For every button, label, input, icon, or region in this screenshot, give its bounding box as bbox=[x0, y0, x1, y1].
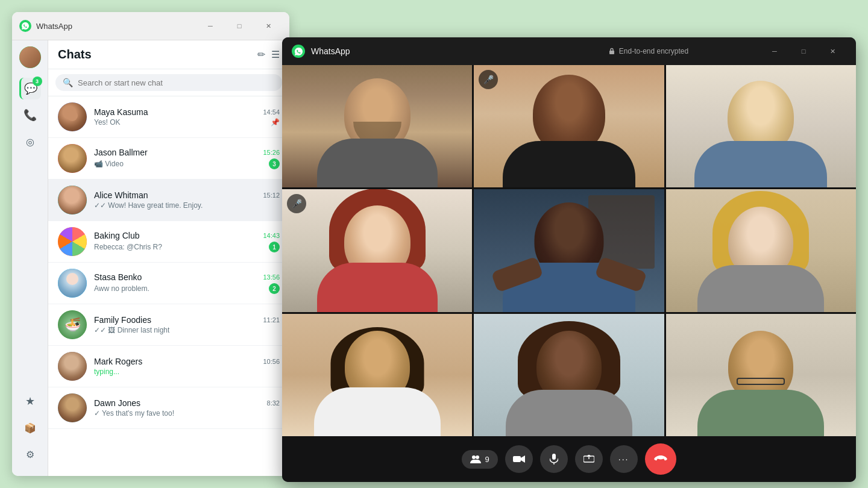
main-close-btn[interactable]: ✕ bbox=[254, 17, 282, 35]
main-minimize-btn[interactable]: ─ bbox=[197, 17, 224, 35]
filter-icon[interactable]: ☰ bbox=[271, 49, 280, 60]
call-controls: 9 ··· bbox=[282, 436, 856, 482]
chat-top-maya: Maya Kasuma 14:54 bbox=[94, 107, 280, 117]
chat-info-family: Family Foodies 11:21 ✓✓ 🖼 Dinner last ni… bbox=[94, 315, 280, 334]
chat-bottom-dawn: ✓ Yes that's my fave too! bbox=[94, 409, 280, 418]
chat-item-dawn[interactable]: Dawn Jones 8:32 ✓ Yes that's my fave too… bbox=[48, 387, 289, 429]
chat-top-mark: Mark Rogers 10:56 bbox=[94, 357, 280, 366]
participants-btn[interactable]: 9 bbox=[462, 450, 497, 469]
chat-info-stasa: Stasa Benko 13:56 Aww no problem. 2 bbox=[94, 272, 280, 294]
chat-preview-baking: Rebecca: @Chris R? bbox=[94, 243, 162, 251]
chat-info-jason: Jason Ballmer 15:26 📹 Video 3 bbox=[94, 148, 280, 169]
sidebar-item-calls[interactable]: 📞 bbox=[19, 104, 41, 126]
chat-item-family[interactable]: 🍜 Family Foodies 11:21 ✓✓ 🖼 Dinner last … bbox=[48, 304, 289, 346]
search-icon: 🔍 bbox=[63, 78, 73, 87]
chat-panel: Chats ✏ ☰ 🔍 bbox=[48, 40, 289, 476]
chat-top-jason: Jason Ballmer 15:26 bbox=[94, 148, 280, 157]
call-maximize-btn[interactable]: □ bbox=[790, 42, 817, 60]
chat-info-alice: Alice Whitman 15:12 ✓✓ Wow! Have great t… bbox=[94, 190, 280, 210]
chat-item-baking[interactable]: Baking Club 14:43 Rebecca: @Chris R? 1 bbox=[48, 221, 289, 263]
chat-bottom-alice: ✓✓ Wow! Have great time. Enjoy. bbox=[94, 201, 280, 210]
search-bar: 🔍 bbox=[48, 69, 289, 96]
chat-top-baking: Baking Club 14:43 bbox=[94, 231, 280, 240]
chat-bottom-baking: Rebecca: @Chris R? 1 bbox=[94, 242, 280, 252]
sidebar-item-chats[interactable]: 💬 3 bbox=[19, 78, 41, 99]
sidebar-item-favorites[interactable]: ★ bbox=[19, 390, 41, 412]
video-cell-9 bbox=[666, 314, 856, 436]
chat-preview-alice: ✓✓ Wow! Have great time. Enjoy. bbox=[94, 201, 203, 210]
chat-item-mark[interactable]: Mark Rogers 10:56 typing... bbox=[48, 346, 289, 387]
call-title: WhatsApp bbox=[311, 46, 536, 56]
search-input-wrap: 🔍 bbox=[55, 74, 282, 91]
avatar-maya bbox=[58, 102, 87, 131]
chat-name-family: Family Foodies bbox=[94, 315, 151, 325]
chat-name-jason: Jason Ballmer bbox=[94, 148, 148, 157]
sidebar-item-archived[interactable]: 📦 bbox=[19, 417, 41, 439]
chat-info-baking: Baking Club 14:43 Rebecca: @Chris R? 1 bbox=[94, 231, 280, 252]
call-logo bbox=[292, 45, 305, 58]
call-win-controls: ─ □ ✕ bbox=[761, 42, 846, 60]
chat-name-maya: Maya Kasuma bbox=[94, 107, 148, 117]
mic-toggle-btn[interactable] bbox=[540, 445, 568, 473]
chat-name-mark: Mark Rogers bbox=[94, 357, 142, 366]
chat-name-stasa: Stasa Benko bbox=[94, 272, 142, 282]
chat-item-stasa[interactable]: Stasa Benko 13:56 Aww no problem. 2 bbox=[48, 263, 289, 304]
chat-item-jason[interactable]: Jason Ballmer 15:26 📹 Video 3 bbox=[48, 138, 289, 180]
new-chat-icon[interactable]: ✏ bbox=[257, 49, 265, 60]
call-close-btn[interactable]: ✕ bbox=[819, 42, 846, 60]
chats-title: Chats bbox=[58, 48, 257, 61]
video-toggle-btn[interactable] bbox=[505, 445, 533, 473]
video-cell-7 bbox=[282, 314, 472, 436]
chat-preview-dawn: ✓ Yes that's my fave too! bbox=[94, 409, 174, 418]
chat-bottom-maya: Yes! OK 📌 bbox=[94, 118, 280, 127]
my-avatar[interactable] bbox=[19, 46, 41, 68]
chat-time-dawn: 8:32 bbox=[267, 399, 280, 407]
more-options-btn[interactable]: ··· bbox=[610, 445, 638, 473]
main-whatsapp-window: WhatsApp ─ □ ✕ 💬 3 📞 ◎ ★ bbox=[12, 12, 289, 476]
svg-rect-4 bbox=[552, 454, 556, 460]
chat-preview-mark: typing... bbox=[94, 368, 119, 376]
avatar-stasa bbox=[58, 269, 87, 298]
main-maximize-btn[interactable]: □ bbox=[225, 17, 253, 35]
share-screen-btn[interactable] bbox=[575, 445, 603, 473]
video-cell-3 bbox=[666, 65, 856, 187]
svg-point-2 bbox=[476, 455, 479, 459]
chat-top-stasa: Stasa Benko 13:56 bbox=[94, 272, 280, 282]
svg-rect-3 bbox=[513, 456, 521, 462]
main-title: WhatsApp bbox=[36, 22, 197, 31]
chats-badge: 3 bbox=[33, 77, 42, 86]
chat-bottom-stasa: Aww no problem. 2 bbox=[94, 283, 280, 294]
main-logo bbox=[19, 20, 31, 32]
svg-point-1 bbox=[472, 455, 476, 459]
chat-time-baking: 14:43 bbox=[263, 232, 280, 239]
chat-name-dawn: Dawn Jones bbox=[94, 398, 140, 408]
call-minimize-btn[interactable]: ─ bbox=[761, 42, 788, 60]
unread-baking: 1 bbox=[269, 242, 280, 252]
chat-item-alice[interactable]: Alice Whitman 15:12 ✓✓ Wow! Have great t… bbox=[48, 180, 289, 221]
encryption-text: End-to-end encrypted bbox=[619, 47, 688, 55]
chat-list: Maya Kasuma 14:54 Yes! OK 📌 bbox=[48, 96, 289, 476]
chat-time-jason: 15:26 bbox=[263, 149, 280, 156]
chat-item-maya[interactable]: Maya Kasuma 14:54 Yes! OK 📌 bbox=[48, 96, 289, 138]
unread-stasa: 2 bbox=[269, 283, 280, 294]
chat-time-family: 11:21 bbox=[263, 316, 280, 324]
chat-preview-stasa: Aww no problem. bbox=[94, 284, 149, 293]
chat-time-mark: 10:56 bbox=[263, 358, 280, 365]
sidebar-item-status[interactable]: ◎ bbox=[19, 131, 41, 152]
main-win-controls: ─ □ ✕ bbox=[197, 17, 282, 35]
chat-info-dawn: Dawn Jones 8:32 ✓ Yes that's my fave too… bbox=[94, 398, 280, 418]
end-call-btn[interactable] bbox=[645, 443, 676, 475]
call-titlebar: WhatsApp End-to-end encrypted ─ □ ✕ bbox=[282, 37, 856, 65]
search-input[interactable] bbox=[78, 78, 275, 87]
chat-preview-jason: 📹 Video bbox=[94, 160, 124, 168]
video-grid: 🎤 🎤 bbox=[282, 65, 856, 436]
avatar-family: 🍜 bbox=[58, 310, 87, 339]
avatar-mark bbox=[58, 352, 87, 381]
chat-time-stasa: 13:56 bbox=[263, 274, 280, 281]
chat-time-maya: 14:54 bbox=[263, 108, 280, 116]
chat-top-family: Family Foodies 11:21 bbox=[94, 315, 280, 325]
chat-header: Chats ✏ ☰ bbox=[48, 40, 289, 69]
avatar-jason bbox=[58, 144, 87, 173]
sidebar-item-settings[interactable]: ⚙ bbox=[19, 443, 41, 465]
svg-rect-0 bbox=[609, 51, 614, 54]
